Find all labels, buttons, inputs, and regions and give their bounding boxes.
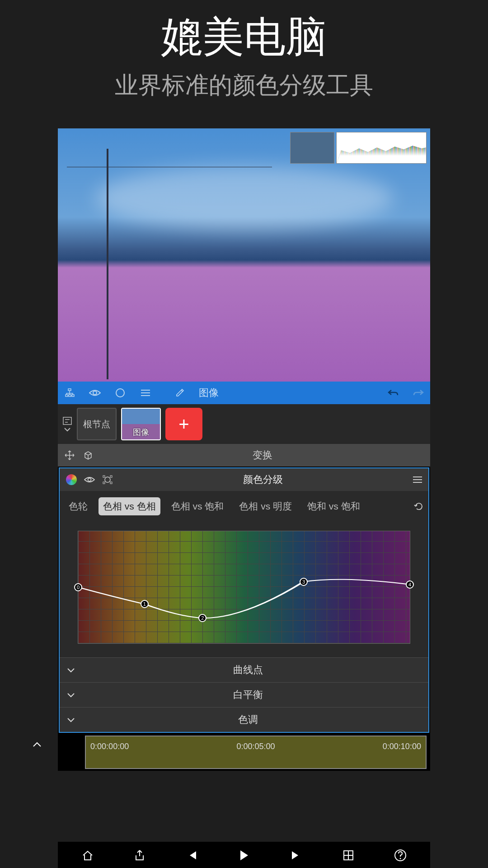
edit-icon[interactable] xyxy=(174,387,186,399)
histogram-scope[interactable] xyxy=(336,132,427,164)
skip-back-icon[interactable] xyxy=(184,847,200,863)
visibility-icon[interactable] xyxy=(89,387,101,399)
panel-menu-icon[interactable] xyxy=(413,476,422,483)
curve-type-tabs: 色轮 色相 vs 色相 色相 vs 饱和 色相 vs 明度 饱和 vs 饱和 xyxy=(60,491,428,522)
chevron-up-icon[interactable] xyxy=(33,742,42,747)
curve-point-3[interactable]: 3 xyxy=(300,578,308,586)
circle-icon[interactable] xyxy=(114,387,127,399)
tab-hue-vs-lum[interactable]: 色相 vs 明度 xyxy=(235,497,296,515)
menu-icon[interactable] xyxy=(139,387,152,399)
promo-title: 媲美电脑 xyxy=(0,9,488,65)
play-icon[interactable] xyxy=(236,847,252,863)
svg-rect-2 xyxy=(69,395,71,396)
chevron-down-icon xyxy=(67,693,75,698)
skip-forward-icon[interactable] xyxy=(288,847,304,863)
timeline-tick-1: 0:00:05:00 xyxy=(236,742,275,751)
svg-rect-14 xyxy=(103,476,105,477)
expand-white-balance[interactable]: 白平衡 xyxy=(60,682,428,707)
tab-hue-vs-sat[interactable]: 色相 vs 饱和 xyxy=(167,497,229,515)
curve-point-4[interactable]: 4 xyxy=(406,580,414,589)
chevron-down-icon xyxy=(67,668,75,673)
add-node-button[interactable]: + xyxy=(165,408,202,440)
svg-point-12 xyxy=(88,478,91,481)
svg-point-25 xyxy=(400,858,401,859)
tab-color-wheels[interactable]: 色轮 xyxy=(64,497,92,515)
refresh-icon[interactable] xyxy=(414,501,424,511)
mask-icon[interactable] xyxy=(102,475,113,485)
edit-mode-label: 图像 xyxy=(199,386,219,400)
svg-rect-15 xyxy=(110,476,112,477)
svg-rect-17 xyxy=(110,482,112,484)
home-icon[interactable] xyxy=(80,847,96,863)
move-icon[interactable] xyxy=(64,450,75,461)
help-icon[interactable] xyxy=(392,847,408,863)
visibility-icon[interactable] xyxy=(84,476,95,483)
transform-row: 变换 xyxy=(58,444,430,467)
svg-rect-3 xyxy=(72,395,74,396)
grid-icon[interactable] xyxy=(340,847,357,863)
curve-point-2[interactable]: 2 xyxy=(198,614,206,622)
svg-point-13 xyxy=(105,477,110,482)
video-preview[interactable] xyxy=(58,128,430,382)
chevron-down-icon xyxy=(67,717,75,722)
tab-sat-vs-sat[interactable]: 饱和 vs 饱和 xyxy=(303,497,365,515)
panel-title: 颜色分级 xyxy=(120,473,406,486)
nodes-icon[interactable] xyxy=(63,387,76,399)
expand-tone[interactable]: 色调 xyxy=(60,707,428,732)
svg-point-5 xyxy=(116,389,124,397)
node-image[interactable]: 图像 xyxy=(121,408,161,440)
cube-icon[interactable] xyxy=(83,450,93,460)
expand-curve-points[interactable]: 曲线点 xyxy=(60,657,428,682)
bottom-nav xyxy=(58,842,430,868)
tab-hue-vs-hue[interactable]: 色相 vs 色相 xyxy=(99,497,160,515)
color-grade-panel: 颜色分级 色轮 色相 vs 色相 色相 vs 饱和 色相 vs 明度 饱和 vs… xyxy=(59,467,429,733)
curve-point-1[interactable]: 1 xyxy=(141,600,149,608)
timeline[interactable]: 0:00:00:00 0:00:05:00 0:00:10:00 xyxy=(58,736,430,771)
timeline-tick-2: 0:00:10:00 xyxy=(383,742,421,751)
timeline-tick-0: 0:00:00:00 xyxy=(90,742,129,751)
color-wheel-icon[interactable] xyxy=(66,474,77,485)
share-icon[interactable] xyxy=(131,847,148,863)
redo-icon[interactable] xyxy=(412,387,425,399)
svg-point-4 xyxy=(93,391,97,395)
node-root[interactable]: 根节点 xyxy=(77,408,117,440)
curve-editor[interactable]: 0 1 2 3 4 xyxy=(60,522,428,657)
toolbar-main: 图像 xyxy=(58,382,430,404)
svg-rect-0 xyxy=(68,389,71,391)
undo-icon[interactable] xyxy=(387,387,399,399)
promo-header: 媲美电脑 业界标准的颜色分级工具 xyxy=(0,0,488,115)
curve-point-0[interactable]: 0 xyxy=(74,583,82,591)
transform-label: 变换 xyxy=(101,448,424,462)
svg-rect-16 xyxy=(103,482,105,484)
svg-rect-9 xyxy=(63,417,71,425)
svg-rect-1 xyxy=(66,395,68,396)
properties-icon[interactable] xyxy=(62,416,72,425)
promo-subtitle: 业界标准的颜色分级工具 xyxy=(0,70,488,101)
app-window: 图像 根节点 图像 + 变换 颜色分级 色轮 色相 vs 色相 色相 xyxy=(58,128,430,771)
node-tree-row: 根节点 图像 + xyxy=(58,404,430,444)
preview-thumbnail[interactable] xyxy=(290,132,334,164)
chevron-down-icon[interactable] xyxy=(64,427,71,432)
